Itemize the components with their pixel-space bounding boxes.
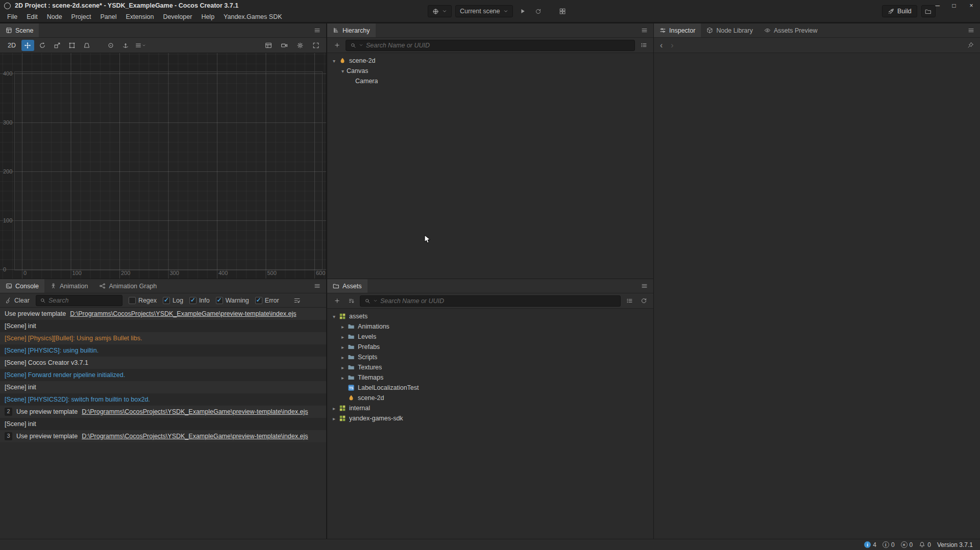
menu-developer[interactable]: Developer bbox=[158, 11, 197, 22]
view-mode-button[interactable] bbox=[262, 40, 275, 51]
tab-assets-preview[interactable]: Assets Preview bbox=[758, 23, 823, 37]
asset-item-tilemaps[interactable]: ▸Tilemaps bbox=[327, 372, 653, 383]
filter-error[interactable]: Error bbox=[255, 297, 279, 304]
menu-extension[interactable]: Extension bbox=[121, 11, 158, 22]
filter-log[interactable]: Log bbox=[163, 297, 183, 304]
filter-regex[interactable]: Regex bbox=[129, 297, 157, 304]
status-error[interactable]: ×0 bbox=[901, 541, 913, 548]
console-panel-menu-button[interactable] bbox=[308, 279, 326, 293]
rect-tool-button[interactable] bbox=[66, 40, 79, 51]
asset-item-scripts[interactable]: ▸Scripts bbox=[327, 352, 653, 362]
scale-tool-button[interactable] bbox=[51, 40, 64, 51]
assets-list-options-button[interactable] bbox=[624, 295, 635, 307]
expander-closed-icon[interactable]: ▸ bbox=[339, 355, 347, 360]
asset-item-animations[interactable]: ▸Animations bbox=[327, 321, 653, 332]
hierarchy-search-input[interactable] bbox=[366, 42, 630, 49]
asset-item-internal[interactable]: ▸internal bbox=[327, 403, 653, 413]
tab-animation-graph[interactable]: Animation Graph bbox=[93, 279, 162, 293]
status-log[interactable]: i0 bbox=[883, 541, 895, 548]
log-file-link[interactable]: D:\Programms\CocosProjects\YSDK_ExampleG… bbox=[82, 433, 308, 440]
checkbox-warning[interactable] bbox=[216, 297, 223, 304]
status-info[interactable]: i4 bbox=[864, 541, 876, 548]
create-node-button[interactable] bbox=[331, 40, 342, 51]
snap-settings-button[interactable] bbox=[134, 40, 147, 51]
expander-closed-icon[interactable]: ▸ bbox=[339, 324, 347, 330]
filter-info[interactable]: Info bbox=[189, 297, 210, 304]
expander-open-icon[interactable]: ▾ bbox=[330, 314, 338, 319]
refresh-button[interactable] bbox=[532, 5, 545, 17]
menu-project[interactable]: Project bbox=[67, 11, 96, 22]
asset-item-textures[interactable]: ▸Textures bbox=[327, 362, 653, 372]
log-file-link[interactable]: D:\Programms\CocosProjects\YSDK_ExampleG… bbox=[70, 310, 296, 317]
assets-search[interactable] bbox=[360, 295, 621, 307]
console-search-input[interactable] bbox=[48, 297, 118, 304]
rotate-tool-button[interactable] bbox=[36, 40, 49, 51]
coordinate-toggle-button[interactable] bbox=[119, 40, 132, 51]
menu-node[interactable]: Node bbox=[42, 11, 67, 22]
scene-panel-menu-button[interactable] bbox=[308, 23, 326, 37]
menu-panel[interactable]: Panel bbox=[96, 11, 121, 22]
hierarchy-node-scene-2d[interactable]: ▾scene-2d bbox=[327, 56, 653, 66]
expander-closed-icon[interactable]: ▸ bbox=[339, 375, 347, 381]
preview-target-select[interactable] bbox=[428, 5, 452, 17]
assets-refresh-button[interactable] bbox=[638, 295, 649, 307]
transform-tool-button[interactable] bbox=[81, 40, 93, 51]
checkbox-info[interactable] bbox=[189, 297, 197, 304]
tab-assets[interactable]: Assets bbox=[327, 279, 368, 293]
expander-closed-icon[interactable]: ▸ bbox=[330, 416, 338, 421]
hierarchy-search[interactable] bbox=[346, 40, 635, 51]
asset-item-levels[interactable]: ▸Levels bbox=[327, 332, 653, 342]
expander-closed-icon[interactable]: ▸ bbox=[330, 406, 338, 411]
assets-panel-menu-button[interactable] bbox=[635, 279, 653, 293]
expander-closed-icon[interactable]: ▸ bbox=[339, 365, 347, 370]
status-notification[interactable]: 0 bbox=[919, 541, 931, 548]
assets-sort-button[interactable] bbox=[346, 295, 357, 307]
asset-item-labellocalizationtest[interactable]: TSLabelLocalizationTest bbox=[327, 383, 653, 393]
checkbox-log[interactable] bbox=[163, 297, 170, 304]
tab-console[interactable]: Console bbox=[0, 279, 44, 293]
hierarchy-list-options-button[interactable] bbox=[638, 40, 649, 51]
create-asset-button[interactable] bbox=[331, 295, 342, 307]
pin-icon[interactable] bbox=[967, 42, 974, 48]
hierarchy-node-camera[interactable]: Camera bbox=[327, 76, 653, 86]
assets-search-input[interactable] bbox=[380, 297, 616, 305]
scene-viewport[interactable]: 4003002001000 0100200300400500600 bbox=[0, 53, 326, 279]
tab-hierarchy[interactable]: Hierarchy bbox=[327, 23, 376, 37]
inspector-panel-menu-button[interactable] bbox=[962, 23, 980, 37]
asset-item-yandex-games-sdk[interactable]: ▸yandex-games-sdk bbox=[327, 413, 653, 423]
mode-2d-toggle[interactable]: 2D bbox=[4, 42, 19, 49]
expander-closed-icon[interactable]: ▸ bbox=[339, 344, 347, 350]
expander-open-icon[interactable]: ▾ bbox=[339, 68, 347, 74]
inspector-back-button[interactable]: ‹ bbox=[660, 41, 663, 49]
checkbox-regex[interactable] bbox=[129, 297, 136, 304]
maximize-button[interactable]: □ bbox=[945, 0, 963, 11]
tab-scene[interactable]: Scene bbox=[0, 23, 39, 37]
tab-animation[interactable]: Animation bbox=[44, 279, 94, 293]
tab-inspector[interactable]: Inspector bbox=[654, 23, 701, 37]
menu-edit[interactable]: Edit bbox=[22, 11, 42, 22]
clear-console-button[interactable]: Clear bbox=[5, 297, 30, 304]
expander-closed-icon[interactable]: ▸ bbox=[339, 334, 347, 340]
build-button[interactable]: Build bbox=[882, 5, 917, 17]
asset-item-assets[interactable]: ▾assets bbox=[327, 311, 653, 321]
filter-warning[interactable]: Warning bbox=[216, 297, 249, 304]
asset-item-scene-2d[interactable]: scene-2d bbox=[327, 393, 653, 403]
open-project-folder-button[interactable] bbox=[921, 5, 936, 17]
asset-item-prefabs[interactable]: ▸Prefabs bbox=[327, 342, 653, 352]
split-view-button[interactable] bbox=[309, 40, 322, 51]
tab-node-library[interactable]: Node Library bbox=[701, 23, 758, 37]
expander-open-icon[interactable]: ▾ bbox=[330, 58, 338, 64]
log-file-link[interactable]: D:\Programms\CocosProjects\YSDK_ExampleG… bbox=[82, 408, 308, 415]
checkbox-error[interactable] bbox=[255, 297, 262, 304]
hierarchy-panel-menu-button[interactable] bbox=[635, 23, 653, 37]
close-button[interactable]: × bbox=[963, 0, 980, 11]
move-tool-button[interactable] bbox=[21, 40, 34, 51]
menu-help[interactable]: Help bbox=[197, 11, 219, 22]
camera-align-button[interactable] bbox=[278, 40, 290, 51]
play-button[interactable] bbox=[517, 5, 529, 17]
scene-settings-button[interactable] bbox=[293, 40, 306, 51]
menu-file[interactable]: File bbox=[3, 11, 22, 22]
pivot-toggle-button[interactable] bbox=[105, 40, 117, 51]
scene-select[interactable]: Current scene bbox=[455, 5, 513, 17]
hierarchy-node-canvas[interactable]: ▾Canvas bbox=[327, 66, 653, 76]
